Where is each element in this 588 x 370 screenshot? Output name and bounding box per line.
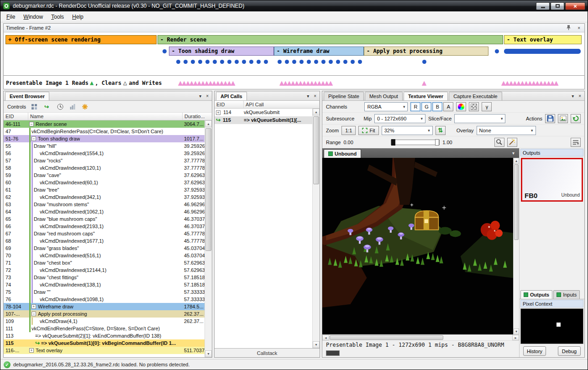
column-name[interactable]: Name [28, 113, 183, 120]
api-call-row[interactable]: +114vkQueueSubmit [215, 109, 312, 116]
write-marker-group[interactable]: ▲▲▲▲▲▲▲▲▲▲▲▲▲▲ [279, 78, 332, 88]
timeline-bar[interactable]: - Render scene [158, 35, 503, 44]
event-row[interactable]: 69Draw "grass blades"45.03704 [4, 245, 205, 252]
draw-marker-dot[interactable] [321, 60, 326, 64]
overlay-select[interactable]: None ▾ [477, 126, 536, 135]
draw-marker-pill[interactable] [504, 49, 581, 54]
range-max-handle[interactable] [435, 139, 439, 146]
refresh-button[interactable] [571, 114, 581, 123]
api-call-row[interactable]: ↪115=> vkQueueSubmit(1)[... [215, 116, 312, 124]
viewport-vscrollbar[interactable]: ▴ ▾ [513, 158, 519, 334]
draw-marker-dot[interactable] [299, 60, 304, 64]
api-calls-scrollbar[interactable]: ▴ ▾ [312, 109, 320, 348]
scroll-up-icon[interactable]: ▴ [514, 158, 519, 164]
draw-marker-dot[interactable] [278, 60, 282, 64]
sliceface-select[interactable]: ▾ [454, 114, 505, 123]
write-marker-group[interactable]: ▲▲▲▲▲▲▲▲▲▲▲▲▲▲▲ [501, 78, 558, 88]
expander-icon[interactable]: + [216, 110, 220, 115]
checkerboard-button[interactable] [469, 102, 479, 111]
channel-b-button[interactable]: B [432, 102, 442, 111]
draw-marker-dot[interactable] [307, 60, 311, 64]
event-row[interactable]: 109vkCmdDraw(4,1)262.37... [4, 318, 205, 325]
draw-marker-dot[interactable] [285, 60, 289, 64]
event-row[interactable]: 111vkCmdEndRenderPass(C=Store, D=Store, … [4, 325, 205, 332]
draw-marker-dot[interactable] [358, 60, 362, 64]
event-row[interactable]: 76vkCmdDrawIndexed(1098,1)57.33333 [4, 296, 205, 303]
save-texture-button[interactable] [545, 114, 555, 123]
event-row[interactable]: 47vkCmdBeginRenderPass(C=Clear, D=Clear,… [4, 128, 205, 135]
texture-list-dropdown-icon[interactable]: ▾ [509, 151, 518, 156]
timeline-bar[interactable]: - Text overlay [504, 35, 582, 44]
fit-button[interactable]: Fit [358, 126, 378, 135]
zoom-range-button[interactable] [494, 138, 504, 147]
event-row[interactable]: 46-111−Render scene3064.7... [4, 120, 205, 128]
draw-marker-dot[interactable] [257, 60, 261, 64]
event-row[interactable]: 72vkCmdDrawIndexed(12144,1)57.62963 [4, 266, 205, 274]
event-row[interactable]: 60vkCmdDrawIndexed(60,1)37.62963 [4, 179, 205, 186]
api-calls-menu-icon[interactable]: ▾ [305, 93, 311, 99]
channel-a-button[interactable]: A [443, 102, 453, 111]
menu-window[interactable]: Window [19, 12, 47, 21]
event-row[interactable]: 113=> vkQueueSubmit(2)[1]: vkEndCommandB… [4, 332, 205, 339]
scroll-down-icon[interactable]: ▾ [313, 341, 320, 348]
maximize-button[interactable] [551, 2, 564, 10]
event-row[interactable]: 59Draw "cave"37.62963 [4, 172, 205, 179]
write-marker-group[interactable]: ▲▲▲▲▲▲▲▲▲▲▲▲▲▲▲ [178, 78, 235, 88]
channel-r-button[interactable]: R [410, 102, 420, 111]
minimize-button[interactable] [536, 2, 550, 10]
tab-capture-executable[interactable]: Capture Executable [449, 92, 502, 100]
expander-icon[interactable]: + [29, 348, 34, 353]
channel-g-button[interactable]: G [421, 102, 431, 111]
event-row[interactable]: 75Draw ""57.33333 [4, 288, 205, 296]
event-row[interactable]: 62vkCmdDrawIndexed(342,1)37.92593 [4, 193, 205, 201]
time-durations-icon[interactable] [56, 103, 64, 111]
scroll-left-icon[interactable]: ◂ [322, 335, 329, 340]
draw-marker-dot[interactable] [191, 60, 195, 64]
draw-marker-dot[interactable] [336, 60, 340, 64]
scroll-right-icon[interactable]: ▸ [512, 335, 519, 340]
colorwheel-button[interactable] [456, 102, 466, 111]
scroll-thumb[interactable] [205, 128, 211, 251]
event-row[interactable]: 73Draw "chest fittings"57.18518 [4, 274, 205, 281]
event-row[interactable]: 71Draw "chest box"57.62963 [4, 259, 205, 266]
mip-select[interactable]: 0 - 1272x690 ▾ [374, 114, 425, 123]
draw-marker-dot[interactable] [242, 60, 246, 64]
texture-viewport[interactable]: ▴ ▾ [322, 158, 519, 334]
expander-icon[interactable]: − [31, 136, 36, 141]
scroll-thumb[interactable] [514, 164, 519, 240]
write-marker-group[interactable]: ▲ [422, 78, 425, 88]
duration-chart-icon[interactable] [68, 103, 77, 111]
draw-marker-dot[interactable] [205, 60, 210, 64]
event-row[interactable]: 57Draw "rocks"37.77778 [4, 157, 205, 164]
event-row[interactable]: 51-76−Toon shading draw1017.7... [4, 135, 205, 142]
expander-icon[interactable]: − [29, 122, 34, 126]
timeline-bar[interactable]: - Toon shading draw [169, 47, 274, 56]
event-browser-close-icon[interactable]: × [204, 93, 210, 99]
right-panel-menu-icon[interactable]: ▾ [570, 93, 576, 99]
menu-file[interactable]: File [2, 12, 19, 21]
timeline-bar[interactable]: + Off-screen scene rendering [5, 35, 157, 44]
draw-marker-dot[interactable] [292, 60, 296, 64]
tab-texture-viewer[interactable]: Texture Viewer [404, 92, 448, 100]
event-row[interactable]: 68vkCmdDrawIndexed(1677,1)45.77778 [4, 237, 205, 245]
event-row[interactable]: 115↪=> vkQueueSubmit(1)[0]: vkBeginComma… [4, 339, 205, 347]
texture-tab-unbound[interactable]: Unbound [324, 149, 361, 158]
scroll-thumb[interactable] [313, 116, 319, 184]
draw-marker-dot[interactable] [264, 60, 268, 64]
open-texture-list-button[interactable] [558, 114, 568, 123]
timeline-bar[interactable]: - Apply post processing [364, 47, 488, 56]
range-min-handle[interactable] [391, 139, 395, 146]
scroll-up-icon[interactable]: ▴ [313, 109, 320, 115]
callstack-section[interactable]: Callstack [215, 348, 320, 357]
scroll-thumb[interactable] [330, 335, 443, 340]
scroll-down-icon[interactable]: ▾ [514, 328, 519, 334]
event-row[interactable]: 56vkCmdDrawIndexed(1554,1)39.25926 [4, 150, 205, 157]
tab-mesh-output[interactable]: Mesh Output [365, 92, 403, 100]
menu-help[interactable]: Help [68, 12, 88, 21]
event-browser-scrollbar[interactable]: ▴ ▾ [205, 120, 212, 357]
menu-tools[interactable]: Tools [47, 12, 68, 21]
event-row[interactable]: 55Draw "hill"39.25926 [4, 142, 205, 150]
event-row[interactable]: 65Draw "blue mushroom caps"46.37037 [4, 215, 205, 223]
event-row[interactable]: 66vkCmdDrawIndexed(2193,1)46.37037 [4, 223, 205, 230]
channels-select[interactable]: RGBA ▾ [364, 102, 408, 111]
